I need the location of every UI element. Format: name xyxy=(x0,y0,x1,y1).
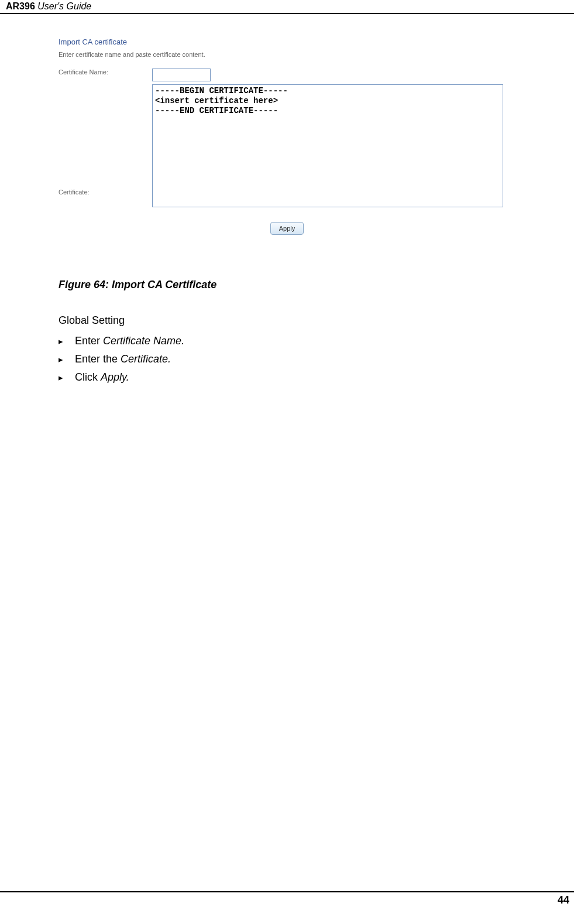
bullet-italic: Certificate. xyxy=(121,353,171,365)
list-item: Enter the Certificate. xyxy=(59,353,515,365)
bullet-prefix: Enter the xyxy=(75,353,121,365)
bullet-list: Enter Certificate Name. Enter the Certif… xyxy=(59,335,515,384)
list-item: Click Apply. xyxy=(59,371,515,384)
section-heading: Global Setting xyxy=(59,314,515,327)
cert-label: Certificate: xyxy=(59,189,152,196)
form-subtitle: Enter certificate name and paste certifi… xyxy=(59,51,515,58)
bullet-italic: Apply. xyxy=(101,371,129,383)
apply-button[interactable]: Apply xyxy=(270,222,304,235)
page-header: AR396 User's Guide xyxy=(0,0,574,14)
bullet-prefix: Enter xyxy=(75,335,103,347)
figure-caption: Figure 64: Import CA Certificate xyxy=(59,279,515,291)
bullet-italic: Certificate Name. xyxy=(103,335,184,347)
cert-name-input[interactable] xyxy=(152,69,211,81)
page-number: 44 xyxy=(558,894,569,906)
cert-textarea[interactable] xyxy=(152,84,503,207)
bullet-prefix: Click xyxy=(75,371,101,383)
apply-wrap: Apply xyxy=(59,222,515,235)
import-ca-form: Import CA certificate Enter certificate … xyxy=(59,37,515,235)
list-item: Enter Certificate Name. xyxy=(59,335,515,347)
cert-name-row: Certificate Name: xyxy=(59,69,515,81)
form-title: Import CA certificate xyxy=(59,37,515,46)
product-name: AR396 xyxy=(6,1,35,11)
page-footer: 44 xyxy=(0,891,574,906)
page-content: Import CA certificate Enter certificate … xyxy=(59,37,515,384)
header-text: AR396 User's Guide xyxy=(6,1,91,11)
cert-name-label: Certificate Name: xyxy=(59,69,152,76)
header-suffix: User's Guide xyxy=(35,1,91,11)
